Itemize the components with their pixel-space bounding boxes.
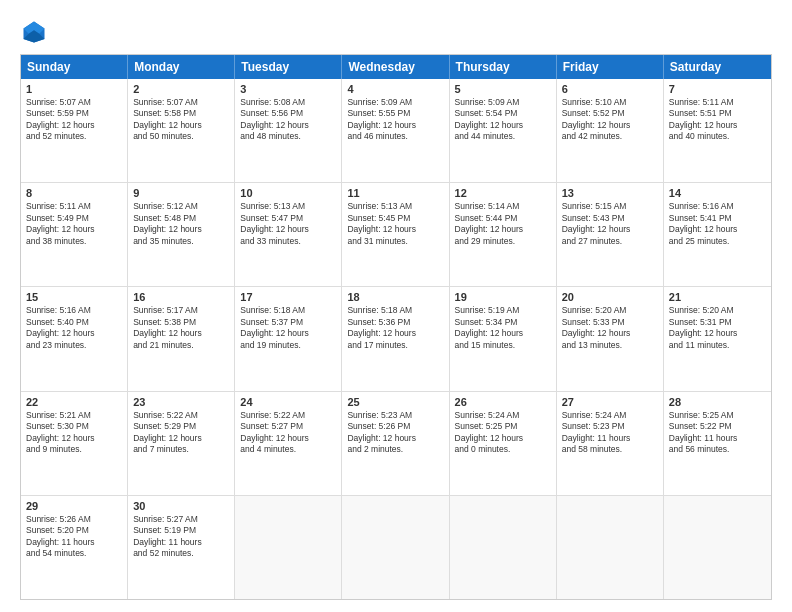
day-number: 8 xyxy=(26,187,122,199)
cell-info: Sunrise: 5:19 AM Sunset: 5:34 PM Dayligh… xyxy=(455,305,551,351)
calendar-cell: 17Sunrise: 5:18 AM Sunset: 5:37 PM Dayli… xyxy=(235,287,342,390)
calendar-cell: 5Sunrise: 5:09 AM Sunset: 5:54 PM Daylig… xyxy=(450,79,557,182)
calendar-cell: 27Sunrise: 5:24 AM Sunset: 5:23 PM Dayli… xyxy=(557,392,664,495)
cell-info: Sunrise: 5:18 AM Sunset: 5:37 PM Dayligh… xyxy=(240,305,336,351)
day-number: 25 xyxy=(347,396,443,408)
calendar-cell: 14Sunrise: 5:16 AM Sunset: 5:41 PM Dayli… xyxy=(664,183,771,286)
day-number: 20 xyxy=(562,291,658,303)
weekday-header: Friday xyxy=(557,55,664,79)
cell-info: Sunrise: 5:11 AM Sunset: 5:49 PM Dayligh… xyxy=(26,201,122,247)
weekday-header: Sunday xyxy=(21,55,128,79)
day-number: 10 xyxy=(240,187,336,199)
calendar-cell xyxy=(342,496,449,599)
cell-info: Sunrise: 5:11 AM Sunset: 5:51 PM Dayligh… xyxy=(669,97,766,143)
day-number: 27 xyxy=(562,396,658,408)
day-number: 17 xyxy=(240,291,336,303)
cell-info: Sunrise: 5:24 AM Sunset: 5:25 PM Dayligh… xyxy=(455,410,551,456)
day-number: 26 xyxy=(455,396,551,408)
day-number: 7 xyxy=(669,83,766,95)
weekday-header: Saturday xyxy=(664,55,771,79)
calendar-cell: 19Sunrise: 5:19 AM Sunset: 5:34 PM Dayli… xyxy=(450,287,557,390)
day-number: 19 xyxy=(455,291,551,303)
calendar-cell: 2Sunrise: 5:07 AM Sunset: 5:58 PM Daylig… xyxy=(128,79,235,182)
day-number: 3 xyxy=(240,83,336,95)
day-number: 30 xyxy=(133,500,229,512)
day-number: 15 xyxy=(26,291,122,303)
calendar-header: SundayMondayTuesdayWednesdayThursdayFrid… xyxy=(21,55,771,79)
day-number: 24 xyxy=(240,396,336,408)
calendar-cell: 29Sunrise: 5:26 AM Sunset: 5:20 PM Dayli… xyxy=(21,496,128,599)
calendar-row: 8Sunrise: 5:11 AM Sunset: 5:49 PM Daylig… xyxy=(21,183,771,287)
cell-info: Sunrise: 5:16 AM Sunset: 5:40 PM Dayligh… xyxy=(26,305,122,351)
logo-icon xyxy=(20,18,48,46)
calendar-cell: 8Sunrise: 5:11 AM Sunset: 5:49 PM Daylig… xyxy=(21,183,128,286)
day-number: 22 xyxy=(26,396,122,408)
cell-info: Sunrise: 5:22 AM Sunset: 5:29 PM Dayligh… xyxy=(133,410,229,456)
calendar-cell: 18Sunrise: 5:18 AM Sunset: 5:36 PM Dayli… xyxy=(342,287,449,390)
day-number: 4 xyxy=(347,83,443,95)
calendar-cell: 20Sunrise: 5:20 AM Sunset: 5:33 PM Dayli… xyxy=(557,287,664,390)
weekday-header: Monday xyxy=(128,55,235,79)
calendar-cell xyxy=(235,496,342,599)
calendar-body: 1Sunrise: 5:07 AM Sunset: 5:59 PM Daylig… xyxy=(21,79,771,599)
day-number: 16 xyxy=(133,291,229,303)
day-number: 21 xyxy=(669,291,766,303)
cell-info: Sunrise: 5:20 AM Sunset: 5:31 PM Dayligh… xyxy=(669,305,766,351)
cell-info: Sunrise: 5:21 AM Sunset: 5:30 PM Dayligh… xyxy=(26,410,122,456)
cell-info: Sunrise: 5:18 AM Sunset: 5:36 PM Dayligh… xyxy=(347,305,443,351)
calendar-cell: 25Sunrise: 5:23 AM Sunset: 5:26 PM Dayli… xyxy=(342,392,449,495)
cell-info: Sunrise: 5:10 AM Sunset: 5:52 PM Dayligh… xyxy=(562,97,658,143)
cell-info: Sunrise: 5:27 AM Sunset: 5:19 PM Dayligh… xyxy=(133,514,229,560)
cell-info: Sunrise: 5:09 AM Sunset: 5:55 PM Dayligh… xyxy=(347,97,443,143)
calendar-cell xyxy=(557,496,664,599)
cell-info: Sunrise: 5:17 AM Sunset: 5:38 PM Dayligh… xyxy=(133,305,229,351)
calendar-cell: 13Sunrise: 5:15 AM Sunset: 5:43 PM Dayli… xyxy=(557,183,664,286)
cell-info: Sunrise: 5:08 AM Sunset: 5:56 PM Dayligh… xyxy=(240,97,336,143)
calendar-cell xyxy=(664,496,771,599)
cell-info: Sunrise: 5:15 AM Sunset: 5:43 PM Dayligh… xyxy=(562,201,658,247)
day-number: 14 xyxy=(669,187,766,199)
cell-info: Sunrise: 5:07 AM Sunset: 5:59 PM Dayligh… xyxy=(26,97,122,143)
day-number: 11 xyxy=(347,187,443,199)
calendar-cell: 21Sunrise: 5:20 AM Sunset: 5:31 PM Dayli… xyxy=(664,287,771,390)
cell-info: Sunrise: 5:16 AM Sunset: 5:41 PM Dayligh… xyxy=(669,201,766,247)
calendar-cell: 9Sunrise: 5:12 AM Sunset: 5:48 PM Daylig… xyxy=(128,183,235,286)
calendar-cell: 26Sunrise: 5:24 AM Sunset: 5:25 PM Dayli… xyxy=(450,392,557,495)
calendar-cell: 15Sunrise: 5:16 AM Sunset: 5:40 PM Dayli… xyxy=(21,287,128,390)
calendar-row: 29Sunrise: 5:26 AM Sunset: 5:20 PM Dayli… xyxy=(21,496,771,599)
calendar-cell: 10Sunrise: 5:13 AM Sunset: 5:47 PM Dayli… xyxy=(235,183,342,286)
calendar-cell: 24Sunrise: 5:22 AM Sunset: 5:27 PM Dayli… xyxy=(235,392,342,495)
cell-info: Sunrise: 5:13 AM Sunset: 5:45 PM Dayligh… xyxy=(347,201,443,247)
day-number: 28 xyxy=(669,396,766,408)
day-number: 29 xyxy=(26,500,122,512)
weekday-header: Wednesday xyxy=(342,55,449,79)
calendar-row: 15Sunrise: 5:16 AM Sunset: 5:40 PM Dayli… xyxy=(21,287,771,391)
day-number: 2 xyxy=(133,83,229,95)
cell-info: Sunrise: 5:20 AM Sunset: 5:33 PM Dayligh… xyxy=(562,305,658,351)
day-number: 9 xyxy=(133,187,229,199)
day-number: 5 xyxy=(455,83,551,95)
day-number: 1 xyxy=(26,83,122,95)
weekday-header: Thursday xyxy=(450,55,557,79)
cell-info: Sunrise: 5:23 AM Sunset: 5:26 PM Dayligh… xyxy=(347,410,443,456)
cell-info: Sunrise: 5:09 AM Sunset: 5:54 PM Dayligh… xyxy=(455,97,551,143)
calendar-cell: 16Sunrise: 5:17 AM Sunset: 5:38 PM Dayli… xyxy=(128,287,235,390)
calendar-cell: 3Sunrise: 5:08 AM Sunset: 5:56 PM Daylig… xyxy=(235,79,342,182)
calendar-cell: 11Sunrise: 5:13 AM Sunset: 5:45 PM Dayli… xyxy=(342,183,449,286)
logo xyxy=(20,18,52,46)
cell-info: Sunrise: 5:25 AM Sunset: 5:22 PM Dayligh… xyxy=(669,410,766,456)
calendar-cell: 1Sunrise: 5:07 AM Sunset: 5:59 PM Daylig… xyxy=(21,79,128,182)
header xyxy=(20,18,772,46)
calendar-cell: 30Sunrise: 5:27 AM Sunset: 5:19 PM Dayli… xyxy=(128,496,235,599)
calendar: SundayMondayTuesdayWednesdayThursdayFrid… xyxy=(20,54,772,600)
weekday-header: Tuesday xyxy=(235,55,342,79)
cell-info: Sunrise: 5:26 AM Sunset: 5:20 PM Dayligh… xyxy=(26,514,122,560)
cell-info: Sunrise: 5:22 AM Sunset: 5:27 PM Dayligh… xyxy=(240,410,336,456)
cell-info: Sunrise: 5:24 AM Sunset: 5:23 PM Dayligh… xyxy=(562,410,658,456)
calendar-cell: 4Sunrise: 5:09 AM Sunset: 5:55 PM Daylig… xyxy=(342,79,449,182)
day-number: 13 xyxy=(562,187,658,199)
day-number: 18 xyxy=(347,291,443,303)
cell-info: Sunrise: 5:07 AM Sunset: 5:58 PM Dayligh… xyxy=(133,97,229,143)
calendar-cell: 12Sunrise: 5:14 AM Sunset: 5:44 PM Dayli… xyxy=(450,183,557,286)
calendar-cell: 22Sunrise: 5:21 AM Sunset: 5:30 PM Dayli… xyxy=(21,392,128,495)
